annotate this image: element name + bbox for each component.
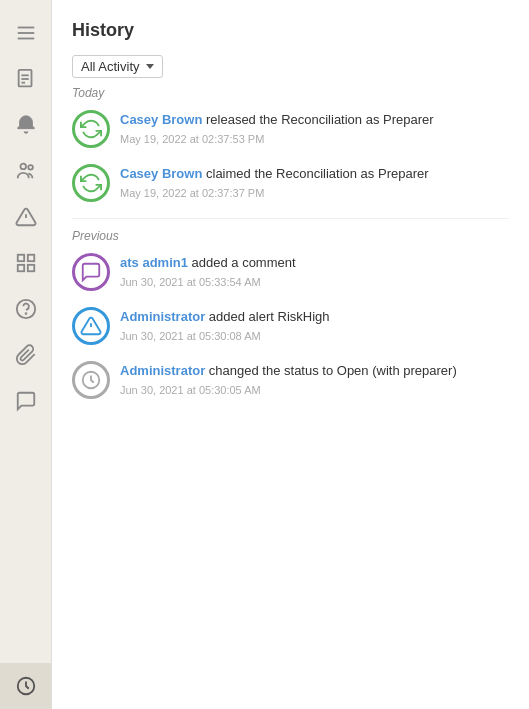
sidebar-item-paperclip[interactable] (0, 332, 51, 378)
activity-description: added alert RiskHigh (205, 309, 329, 324)
svg-rect-12 (27, 255, 33, 261)
svg-rect-14 (27, 265, 33, 271)
chat-icon (15, 390, 37, 412)
dropdown-arrow-icon (146, 64, 154, 69)
actor-name: Casey Brown (120, 166, 202, 181)
activity-timestamp: Jun 30, 2021 at 05:30:05 AM (120, 382, 509, 399)
sidebar-item-warning[interactable] (0, 194, 51, 240)
section-previous-label: Previous (72, 229, 509, 243)
bell-icon (15, 114, 37, 136)
clock-icon (80, 369, 102, 391)
actor-name: ats admin1 (120, 255, 188, 270)
activity-description: changed the status to Open (with prepare… (205, 363, 456, 378)
people-icon (15, 160, 37, 182)
history-icon (15, 675, 37, 697)
activity-description: added a comment (188, 255, 296, 270)
today-activity-list: Casey Brown released the Reconciliation … (72, 110, 509, 202)
list-icon (15, 22, 37, 44)
activity-text-3: ats admin1 added a comment Jun 30, 2021 … (120, 253, 509, 290)
filter-label: All Activity (81, 59, 140, 74)
svg-rect-11 (17, 255, 23, 261)
activity-text-4: Administrator added alert RiskHigh Jun 3… (120, 307, 509, 344)
activity-text-5: Administrator changed the status to Open… (120, 361, 509, 398)
sync-icon (80, 118, 102, 140)
list-item: Administrator added alert RiskHigh Jun 3… (72, 307, 509, 345)
sidebar-item-history[interactable] (0, 663, 51, 709)
activity-timestamp: Jun 30, 2021 at 05:30:08 AM (120, 328, 509, 345)
sidebar-item-list[interactable] (0, 10, 51, 56)
list-item: ats admin1 added a comment Jun 30, 2021 … (72, 253, 509, 291)
activity-text-2: Casey Brown claimed the Reconciliation a… (120, 164, 509, 201)
comment-icon (80, 261, 102, 283)
activity-description: released the Reconciliation as Preparer (202, 112, 433, 127)
filter-row: All Activity (72, 55, 509, 78)
sidebar-bottom (0, 663, 51, 709)
activity-icon-alert (72, 307, 110, 345)
sidebar-item-document[interactable] (0, 56, 51, 102)
paperclip-icon (15, 344, 37, 366)
sidebar-item-bell[interactable] (0, 102, 51, 148)
actor-name: Casey Brown (120, 112, 202, 127)
svg-point-16 (25, 313, 26, 314)
document-icon (15, 68, 37, 90)
activity-text-1: Casey Brown released the Reconciliation … (120, 110, 509, 147)
main-content: History All Activity Today Casey Brown r… (52, 0, 529, 709)
activity-filter-dropdown[interactable]: All Activity (72, 55, 163, 78)
activity-timestamp: Jun 30, 2021 at 05:33:54 AM (120, 274, 509, 291)
sidebar-item-people[interactable] (0, 148, 51, 194)
activity-icon-sync-1 (72, 110, 110, 148)
sidebar-item-chat[interactable] (0, 378, 51, 424)
activity-icon-sync-2 (72, 164, 110, 202)
activity-timestamp: May 19, 2022 at 02:37:37 PM (120, 185, 509, 202)
list-item: Casey Brown claimed the Reconciliation a… (72, 164, 509, 202)
svg-point-8 (28, 165, 33, 170)
list-item: Administrator changed the status to Open… (72, 361, 509, 399)
activity-description: claimed the Reconciliation as Preparer (202, 166, 428, 181)
warning-icon (15, 206, 37, 228)
activity-icon-comment (72, 253, 110, 291)
list-item: Casey Brown released the Reconciliation … (72, 110, 509, 148)
alert-icon (80, 315, 102, 337)
svg-point-7 (20, 164, 26, 170)
grid-icon (15, 252, 37, 274)
section-divider (72, 218, 509, 219)
section-today-label: Today (72, 86, 509, 100)
page-title: History (72, 20, 509, 41)
previous-activity-list: ats admin1 added a comment Jun 30, 2021 … (72, 253, 509, 399)
sidebar-item-question[interactable] (0, 286, 51, 332)
sync-icon (80, 172, 102, 194)
activity-icon-clock (72, 361, 110, 399)
actor-name: Administrator (120, 363, 205, 378)
svg-rect-13 (17, 265, 23, 271)
activity-timestamp: May 19, 2022 at 02:37:53 PM (120, 131, 509, 148)
question-icon (15, 298, 37, 320)
actor-name: Administrator (120, 309, 205, 324)
sidebar-item-grid[interactable] (0, 240, 51, 286)
sidebar (0, 0, 52, 709)
